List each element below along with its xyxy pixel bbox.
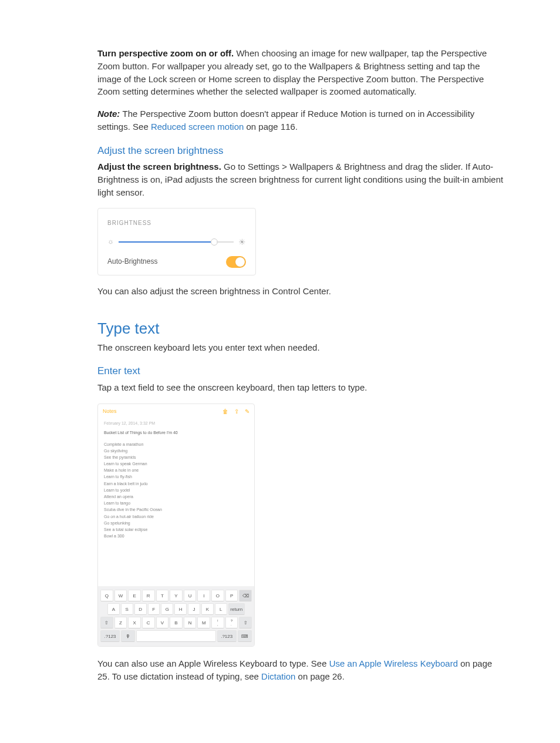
key-v[interactable]: V — [156, 617, 169, 628]
key-f[interactable]: F — [148, 603, 160, 615]
key-x[interactable]: X — [128, 617, 141, 628]
share-icon[interactable]: ⇪ — [234, 408, 239, 416]
key-l[interactable]: L — [215, 603, 227, 615]
key-delete[interactable]: ⌫ — [239, 590, 252, 601]
key-i[interactable]: I — [197, 590, 210, 601]
notes-list-item: Go on a hot-air balloon ride — [104, 513, 248, 520]
key-mic[interactable]: 🎙 — [121, 630, 135, 642]
key-h[interactable]: H — [174, 603, 187, 615]
keyboard-icon: ⌨ — [241, 633, 248, 640]
trash-icon[interactable]: 🗑 — [222, 408, 228, 416]
key-z[interactable]: Z — [114, 617, 127, 628]
brightness-paragraph: Adjust the screen brightness. Go to Sett… — [97, 160, 504, 199]
notes-list: Complete a marathonGo skydivingSee the p… — [104, 441, 248, 540]
ak-tail: on page 26. — [295, 671, 344, 681]
key-shift-right[interactable]: ⇧ — [239, 617, 252, 628]
brightness-panel-header: BRIGHTNESS — [107, 219, 246, 228]
brightness-settings-figure: BRIGHTNESS ☼ ☀ Auto-Brightness — [97, 208, 256, 275]
key-r[interactable]: R — [142, 590, 155, 601]
auto-brightness-label: Auto-Brightness — [107, 257, 157, 267]
compose-icon[interactable]: ✎ — [245, 408, 249, 416]
perspective-zoom-paragraph: Turn perspective zoom on or off. When ch… — [97, 47, 504, 98]
notes-list-item: Bowl a 300 — [104, 533, 248, 539]
key-s[interactable]: S — [121, 603, 133, 615]
key-d[interactable]: D — [134, 603, 147, 615]
brightness-slider[interactable]: ☼ ☀ — [107, 236, 246, 248]
key-return[interactable]: return — [228, 603, 245, 615]
type-text-sub: The onscreen keyboard lets you enter tex… — [97, 341, 504, 354]
enter-text-body: Tap a text field to see the onscreen key… — [97, 381, 504, 394]
key-hide-keyboard[interactable]: ⌨ — [238, 630, 252, 642]
notes-list-item: Learn to fly-fish — [104, 473, 248, 480]
notes-list-item: Go skydiving — [104, 448, 248, 454]
notes-list-item: Scuba dive in the Pacific Ocean — [104, 506, 248, 513]
notes-title-line: Bucket List of Things to do Before I'm 4… — [104, 430, 248, 436]
notes-date: February 12, 2014, 3:32 PM — [104, 421, 248, 426]
key-numbers[interactable]: .?123 — [100, 630, 120, 642]
key-shift-left[interactable]: ⇧ — [100, 617, 113, 628]
heading-type-text: Type text — [97, 318, 504, 340]
sun-low-icon: ☼ — [107, 237, 114, 247]
key-y[interactable]: Y — [170, 590, 183, 601]
heading-adjust-brightness: Adjust the screen brightness — [97, 144, 504, 159]
notes-app-title: Notes — [103, 408, 117, 415]
mic-icon: 🎙 — [126, 633, 130, 640]
notes-list-item: Earn a black belt in judo — [104, 480, 248, 487]
link-reduced-motion[interactable]: Reduced screen motion — [151, 122, 244, 132]
notes-list-item: Learn to speak German — [104, 460, 248, 467]
key-c[interactable]: C — [142, 617, 155, 628]
key-u[interactable]: U — [184, 590, 197, 601]
sun-high-icon: ☀ — [238, 236, 246, 248]
pz-strong: Turn perspective zoom on or off. — [97, 48, 234, 58]
key-q[interactable]: Q — [100, 590, 113, 601]
key-p[interactable]: P — [225, 590, 238, 601]
key-b[interactable]: B — [170, 617, 183, 628]
note-label: Note: — [97, 109, 123, 119]
slider-track[interactable] — [119, 241, 234, 243]
notes-list-item: Learn to tango — [104, 500, 248, 506]
onscreen-keyboard[interactable]: QWERTYUIOP⌫ ASDFGHJKLreturn ⇧ZXCVBNM!,?.… — [98, 586, 254, 646]
key-space[interactable] — [136, 630, 215, 642]
key-n[interactable]: N — [184, 617, 197, 628]
key-w[interactable]: W — [114, 590, 127, 601]
heading-enter-text: Enter text — [97, 364, 504, 379]
notes-list-item: Complete a marathon — [104, 441, 248, 448]
notes-keyboard-figure: Notes 🗑 ⇪ ✎ February 12, 2014, 3:32 PM B… — [97, 404, 255, 647]
key-a[interactable]: A — [107, 603, 120, 615]
link-dictation[interactable]: Dictation — [261, 671, 295, 681]
notes-list-item: Learn to yodel — [104, 487, 248, 493]
auto-brightness-toggle[interactable] — [226, 256, 246, 268]
ak-pre: You can also use an Apple Wireless Keybo… — [97, 658, 329, 668]
brightness-after: You can also adjust the screen brightnes… — [97, 285, 504, 298]
after-keyboard-paragraph: You can also use an Apple Wireless Keybo… — [97, 657, 504, 683]
key-k[interactable]: K — [201, 603, 214, 615]
brightness-strong: Adjust the screen brightness. — [97, 162, 221, 172]
key-t[interactable]: T — [156, 590, 169, 601]
key-exclaim-comma[interactable]: !, — [211, 617, 224, 628]
key-numbers-right[interactable]: .?123 — [217, 630, 237, 642]
key-e[interactable]: E — [128, 590, 141, 601]
notes-list-item: See the pyramids — [104, 454, 248, 460]
notes-list-item: Make a hole in one — [104, 467, 248, 473]
key-question-period[interactable]: ?. — [225, 617, 238, 628]
key-g[interactable]: G — [161, 603, 173, 615]
notes-list-item: See a total solar eclipse — [104, 526, 248, 533]
notes-list-item: Go spelunking — [104, 520, 248, 526]
key-o[interactable]: O — [211, 590, 224, 601]
notes-list-item: Attend an opera — [104, 493, 248, 500]
key-j[interactable]: J — [188, 603, 200, 615]
link-apple-wireless-keyboard[interactable]: Use an Apple Wireless Keyboard — [329, 658, 458, 668]
slider-thumb[interactable] — [211, 238, 218, 246]
note-paragraph: Note: The Perspective Zoom button doesn'… — [97, 107, 504, 133]
key-m[interactable]: M — [197, 617, 210, 628]
note-tail: on page 116. — [244, 122, 298, 132]
